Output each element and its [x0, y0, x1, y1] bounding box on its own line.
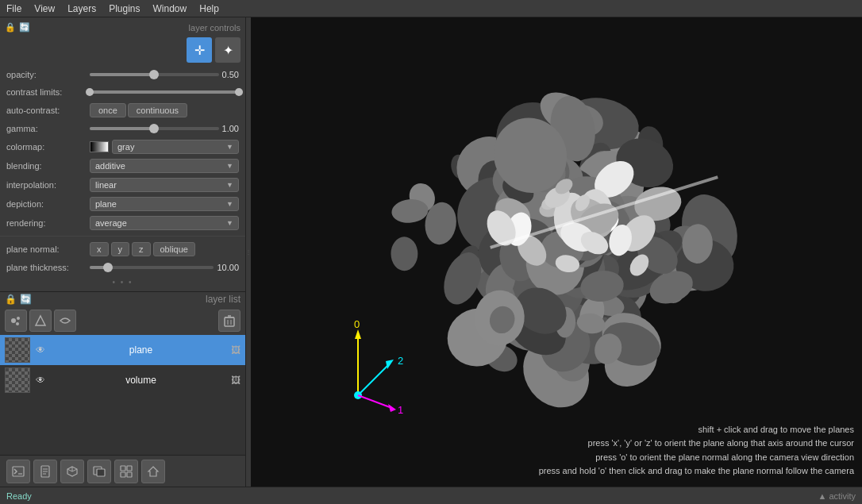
once-button[interactable]: once [90, 103, 126, 117]
layer-item-volume[interactable]: 👁 volume 🖼 [0, 365, 245, 395]
gamma-label: gamma: [6, 124, 90, 133]
colormap-value: gray [117, 142, 134, 152]
layer-list-title: layer list [37, 294, 241, 305]
grid-button[interactable] [114, 460, 138, 483]
info-line1: shift + click and drag to move the plane… [539, 423, 854, 437]
svg-rect-23 [121, 472, 125, 477]
plane-z-button[interactable]: z [132, 242, 151, 256]
layer-thumb-plane [5, 337, 30, 363]
svg-marker-30 [386, 360, 394, 369]
console-button[interactable] [6, 460, 30, 483]
menu-layers[interactable]: Layers [61, 2, 102, 16]
menubar: File View Layers Plugins Window Help [0, 0, 862, 17]
menu-file[interactable]: File [0, 2, 28, 16]
axes-svg: 0 2 1 [314, 320, 410, 415]
auto-contrast-row: auto-contrast: once continuous [0, 101, 245, 120]
left-panel: 🔒 🔄 layer controls ✛ ✦ opacity: [0, 17, 246, 487]
svg-rect-21 [121, 466, 125, 471]
plane-x-button[interactable]: x [90, 242, 109, 256]
colormap-dropdown[interactable]: gray ▼ [112, 140, 239, 154]
rendering-row: rendering: average ▼ [0, 214, 245, 233]
auto-contrast-label: auto-contrast: [6, 106, 90, 115]
3d-canvas[interactable] [251, 17, 862, 487]
plane-y-button[interactable]: y [111, 242, 130, 256]
points-tool-button[interactable] [5, 310, 27, 332]
colormap-label: colormap: [6, 142, 90, 152]
depiction-dropdown[interactable]: plane ▼ [90, 197, 239, 211]
canvas-background: 0 2 1 shift + click and drag to [251, 17, 862, 487]
shapes-tool-button[interactable] [29, 310, 52, 332]
main-layout: 🔒 🔄 layer controls ✛ ✦ opacity: [0, 17, 862, 487]
contrast-label: contrast limits: [6, 87, 90, 97]
activity-text: ▲ activity [818, 491, 856, 501]
plane-thickness-slider[interactable] [90, 266, 214, 269]
svg-line-33 [358, 395, 390, 407]
layer-eye-plane[interactable]: 👁 [33, 343, 48, 357]
gamma-row: gamma: 1.00 [0, 120, 245, 137]
svg-marker-25 [148, 467, 158, 476]
blending-arrow: ▼ [226, 162, 233, 170]
plane-normal-row: plane normal: x y z oblique [0, 240, 245, 259]
svg-text:0: 0 [354, 320, 360, 330]
home-button[interactable] [141, 460, 165, 483]
bottom-toolbar [0, 455, 245, 487]
svg-rect-9 [13, 467, 24, 476]
script-button[interactable] [33, 460, 57, 483]
transform-button[interactable]: ✦ [215, 37, 241, 63]
menu-window[interactable]: Window [147, 2, 194, 16]
delete-layer-button[interactable] [218, 310, 241, 332]
auto-contrast-buttons: once continuous [90, 103, 187, 117]
menu-plugins[interactable]: Plugins [102, 2, 146, 16]
divider-dots: • • • [0, 276, 245, 288]
svg-marker-34 [388, 404, 396, 412]
svg-text:2: 2 [398, 355, 403, 367]
viewport[interactable]: 0 2 1 shift + click and drag to [251, 17, 862, 487]
plane-thickness-label: plane thickness: [6, 263, 90, 272]
interpolation-dropdown[interactable]: linear ▼ [90, 178, 239, 192]
axes-overlay: 0 2 1 [314, 320, 410, 415]
3d-cube-button[interactable] [60, 460, 84, 483]
colormap-row: colormap: gray ▼ [0, 137, 245, 156]
layer-thumb-volume [5, 367, 30, 393]
labels-tool-button[interactable] [54, 310, 76, 332]
svg-line-18 [67, 469, 72, 471]
rendering-label: rendering: [6, 218, 90, 228]
plane-thickness-row: plane thickness: 10.00 [0, 259, 245, 276]
depiction-row: depiction: plane ▼ [0, 194, 245, 214]
move-button[interactable]: ✛ [187, 37, 212, 63]
plane-thickness-value: 10.00 [217, 263, 239, 272]
blending-row: blending: additive ▼ [0, 156, 245, 175]
layer-controls-section: 🔒 🔄 layer controls ✛ ✦ opacity: [0, 17, 245, 291]
svg-text:1: 1 [398, 404, 403, 415]
depiction-label: depiction: [6, 199, 90, 209]
blending-value: additive [95, 161, 125, 171]
top-buttons: ✛ ✦ [0, 34, 245, 66]
svg-rect-22 [127, 466, 132, 471]
interpolation-arrow: ▼ [226, 181, 233, 189]
menu-help[interactable]: Help [193, 2, 225, 16]
layer-controls-header: 🔒 🔄 layer controls [0, 21, 245, 34]
menu-view[interactable]: View [28, 2, 61, 16]
svg-line-29 [358, 364, 390, 395]
svg-line-17 [72, 469, 77, 471]
gamma-slider[interactable] [90, 127, 219, 130]
blending-dropdown[interactable]: additive ▼ [90, 159, 239, 173]
svg-point-0 [11, 318, 16, 323]
plane-normal-label: plane normal: [6, 244, 90, 254]
contrast-slider[interactable] [90, 90, 239, 94]
info-line3: press 'o' to orient the plane normal alo… [539, 451, 854, 465]
lock-icon: 🔒 [5, 22, 16, 33]
layer-image-icon-volume: 🖼 [231, 375, 241, 386]
rendering-value: average [95, 218, 127, 228]
list-refresh-icon: 🔄 [20, 294, 32, 305]
svg-rect-24 [127, 472, 132, 477]
opacity-row: opacity: 0.50 [0, 66, 245, 83]
continuous-button[interactable]: continuous [128, 103, 187, 117]
rendering-dropdown[interactable]: average ▼ [90, 216, 239, 230]
opacity-slider[interactable] [90, 73, 219, 76]
layer-item-plane[interactable]: 👁 plane 🖼 [0, 335, 245, 365]
info-line4: press and hold 'o' then click and drag t… [539, 464, 854, 479]
window-button[interactable] [87, 460, 111, 483]
layer-eye-volume[interactable]: 👁 [33, 373, 48, 387]
plane-oblique-button[interactable]: oblique [153, 242, 195, 256]
